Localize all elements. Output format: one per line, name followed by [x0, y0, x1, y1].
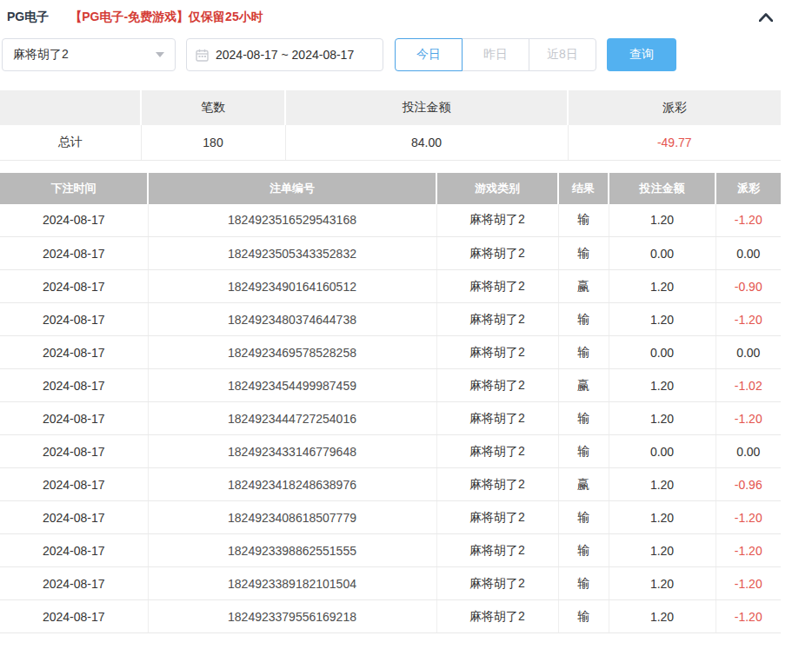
section-header: PG电子 【PG电子-免费游戏】仅保留25小时 [0, 0, 812, 24]
bet-result: 输 [558, 204, 609, 237]
bet-id: 1824923505343352832 [148, 237, 436, 270]
bet-amount: 1.20 [609, 468, 715, 501]
bet-amount: 0.00 [609, 336, 715, 369]
caret-down-icon [156, 52, 164, 57]
summary-col-empty [0, 90, 141, 125]
bets-table-body: 2024-08-171824923516529543168麻将胡了2输1.20-… [0, 204, 781, 633]
bet-result: 输 [558, 534, 609, 567]
bet-date: 2024-08-17 [0, 402, 148, 435]
bet-game: 麻将胡了2 [436, 204, 558, 237]
bet-result: 输 [558, 501, 609, 534]
bet-result: 赢 [558, 369, 609, 402]
bet-game: 麻将胡了2 [436, 402, 558, 435]
bet-result: 赢 [558, 270, 609, 303]
bet-amount: 1.20 [609, 567, 715, 600]
bet-payout: 0.00 [715, 435, 781, 468]
bet-date: 2024-08-17 [0, 303, 148, 336]
summary-col-payout: 派彩 [568, 90, 781, 125]
bet-result: 输 [558, 402, 609, 435]
bet-id: 1824923516529543168 [148, 204, 436, 237]
bet-result: 输 [558, 237, 609, 270]
yesterday-button[interactable]: 昨日 [462, 38, 529, 71]
bets-header-row: 下注时间 注单编号 游戏类别 结果 投注金额 派彩 [0, 173, 781, 204]
table-row: 2024-08-171824923444727254016麻将胡了2输1.20-… [0, 402, 781, 435]
bet-amount: 1.20 [609, 270, 715, 303]
bet-payout: -1.02 [715, 369, 781, 402]
search-button[interactable]: 查询 [607, 38, 676, 71]
col-bet-time: 下注时间 [0, 173, 148, 204]
bet-id: 1824923408618507779 [148, 501, 436, 534]
table-row: 2024-08-171824923490164160512麻将胡了2赢1.20-… [0, 270, 781, 303]
table-row: 2024-08-171824923408618507779麻将胡了2输1.20-… [0, 501, 781, 534]
summary-col-bet-amount: 投注金额 [285, 90, 568, 125]
bet-amount: 1.20 [609, 600, 715, 633]
bet-payout: 0.00 [715, 237, 781, 270]
table-row: 2024-08-171824923454499987459麻将胡了2赢1.20-… [0, 369, 781, 402]
summary-table: 笔数 投注金额 派彩 总计 180 84.00 -49.77 [0, 90, 781, 161]
summary-total-bet-amount: 84.00 [285, 125, 568, 160]
col-payout: 派彩 [715, 173, 781, 204]
table-row: 2024-08-171824923398862551555麻将胡了2输1.20-… [0, 534, 781, 567]
game-select-value: 麻将胡了2 [13, 47, 69, 63]
bet-result: 输 [558, 303, 609, 336]
bet-game: 麻将胡了2 [436, 336, 558, 369]
bet-payout: 0.00 [715, 336, 781, 369]
date-range-input[interactable]: 2024-08-17 ~ 2024-08-17 [186, 38, 383, 71]
bet-id: 1824923490164160512 [148, 270, 436, 303]
bet-result: 输 [558, 336, 609, 369]
page-title: PG电子 [7, 10, 49, 25]
bet-game: 麻将胡了2 [436, 468, 558, 501]
bet-game: 麻将胡了2 [436, 270, 558, 303]
table-row: 2024-08-171824923516529543168麻将胡了2输1.20-… [0, 204, 781, 237]
col-bet-amount: 投注金额 [609, 173, 715, 204]
bet-result: 输 [558, 567, 609, 600]
table-row: 2024-08-171824923389182101504麻将胡了2输1.20-… [0, 567, 781, 600]
bet-id: 1824923480374644738 [148, 303, 436, 336]
today-button[interactable]: 今日 [395, 38, 463, 71]
summary-total-payout: -49.77 [568, 125, 781, 160]
bet-date: 2024-08-17 [0, 534, 148, 567]
bet-id: 1824923433146779648 [148, 435, 436, 468]
bet-game: 麻将胡了2 [436, 237, 558, 270]
bet-game: 麻将胡了2 [436, 534, 558, 567]
bet-payout: -1.20 [715, 534, 781, 567]
game-select[interactable]: 麻将胡了2 [2, 38, 176, 71]
bet-date: 2024-08-17 [0, 567, 148, 600]
bet-amount: 0.00 [609, 435, 715, 468]
bet-date: 2024-08-17 [0, 600, 148, 633]
bet-amount: 1.20 [609, 204, 715, 237]
table-row: 2024-08-171824923469578528258麻将胡了2输0.000… [0, 336, 781, 369]
chevron-up-icon[interactable] [758, 10, 774, 25]
bet-payout: -1.20 [715, 567, 781, 600]
bet-result: 赢 [558, 468, 609, 501]
calendar-icon [196, 49, 209, 62]
table-row: 2024-08-171824923418248638976麻将胡了2赢1.20-… [0, 468, 781, 501]
bet-game: 麻将胡了2 [436, 303, 558, 336]
bet-amount: 0.00 [609, 237, 715, 270]
bet-amount: 1.20 [609, 303, 715, 336]
bet-id: 1824923444727254016 [148, 402, 436, 435]
filter-bar: 麻将胡了2 2024-08-17 ~ 2024-08-17 今日 昨日 近8日 … [2, 38, 812, 71]
last-8-days-button[interactable]: 近8日 [529, 38, 596, 71]
table-row: 2024-08-171824923480374644738麻将胡了2输1.20-… [0, 303, 781, 336]
bet-payout: -1.20 [715, 402, 781, 435]
bet-result: 输 [558, 600, 609, 633]
bet-date: 2024-08-17 [0, 204, 148, 237]
bet-payout: -0.96 [715, 468, 781, 501]
col-result: 结果 [558, 173, 609, 204]
bet-date: 2024-08-17 [0, 336, 148, 369]
bet-amount: 1.20 [609, 534, 715, 567]
bet-payout: -1.20 [715, 303, 781, 336]
summary-total-row: 总计 180 84.00 -49.77 [0, 125, 781, 160]
bet-id: 1824923379556169218 [148, 600, 436, 633]
col-bet-id: 注单编号 [148, 173, 436, 204]
bet-game: 麻将胡了2 [436, 369, 558, 402]
bet-game: 麻将胡了2 [436, 435, 558, 468]
bet-payout: -0.90 [715, 270, 781, 303]
bet-result: 输 [558, 435, 609, 468]
col-game-type: 游戏类别 [436, 173, 558, 204]
summary-total-label: 总计 [0, 125, 141, 160]
table-row: 2024-08-171824923433146779648麻将胡了2输0.000… [0, 435, 781, 468]
bet-date: 2024-08-17 [0, 237, 148, 270]
notice-text: 【PG电子-免费游戏】仅保留25小时 [70, 10, 263, 25]
